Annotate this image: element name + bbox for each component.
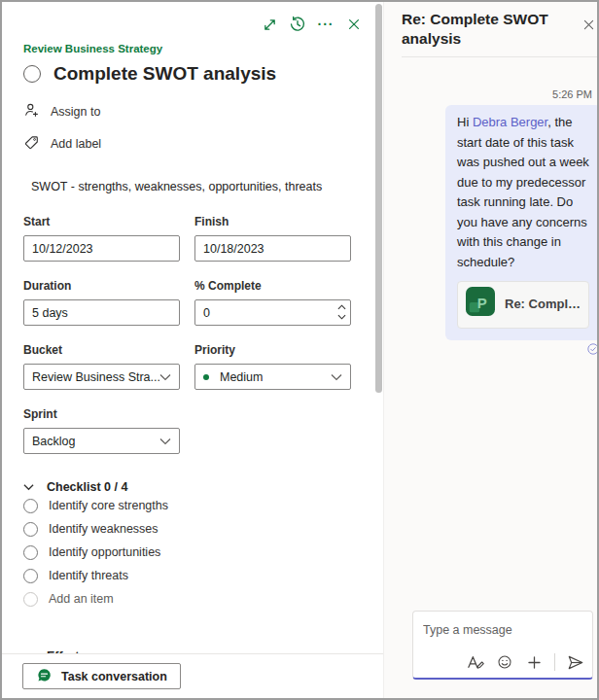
attachment-card[interactable]: P Re: Compl… — [457, 281, 589, 329]
checklist-item-label: Identify threats — [49, 569, 128, 582]
finish-date-input[interactable] — [194, 235, 351, 262]
finish-field-group: Finish — [194, 215, 351, 262]
page-title: Complete SWOT analysis — [53, 63, 276, 85]
duration-field-group: Duration — [23, 279, 180, 326]
priority-label: Priority — [194, 343, 351, 357]
sprint-dropdown[interactable]: Backlog — [23, 428, 180, 454]
chevron-down-icon — [159, 370, 171, 384]
delivered-check-icon — [384, 343, 599, 355]
search-input message-input[interactable] — [423, 623, 582, 637]
add-item-label: Add an item — [49, 592, 114, 606]
tag-icon — [23, 134, 40, 154]
message-text: , the start date of this task was pushed… — [457, 115, 589, 269]
sprint-label: Sprint — [23, 407, 180, 421]
percent-complete-label: % Complete — [194, 279, 351, 293]
expand-icon[interactable] — [260, 15, 279, 34]
sprint-field-group: Sprint Backlog — [23, 407, 180, 454]
close-icon[interactable] — [581, 18, 596, 35]
checklist-item-circle — [23, 522, 38, 537]
add-label-button[interactable]: Add label — [23, 134, 350, 154]
chat-thread: 5:26 PM Hi Debra Berger, the start date … — [384, 57, 599, 698]
history-icon[interactable] — [288, 15, 307, 34]
start-field-group: Start — [23, 215, 180, 262]
add-checklist-item-button[interactable]: Add an item — [23, 587, 350, 611]
task-title-row: Complete SWOT analysis — [23, 63, 350, 85]
send-icon[interactable] — [567, 653, 584, 671]
assign-to-button[interactable]: Assign to — [23, 102, 350, 122]
conversation-header: Re: Complete SWOT analysis — [384, 2, 599, 54]
checklist-item-label: Identify core strengths — [49, 499, 168, 512]
bucket-field-group: Bucket Review Business Stra... — [23, 343, 180, 390]
duration-input[interactable] — [23, 299, 180, 326]
breadcrumb-bucket-link[interactable]: Review Business Strategy — [23, 43, 350, 54]
task-complete-circle[interactable] — [23, 65, 41, 83]
start-label: Start — [23, 215, 180, 228]
checklist-item[interactable]: Identify opportunities — [23, 541, 350, 564]
format-icon[interactable] — [467, 653, 484, 671]
attachment-label: Re: Compl… — [505, 295, 581, 315]
effort-section-header[interactable]: Effort — [23, 649, 79, 653]
stepper-up-icon[interactable] — [337, 303, 346, 310]
task-description[interactable]: SWOT - strengths, weaknesses, opportunit… — [31, 180, 350, 193]
bucket-dropdown[interactable]: Review Business Stra... — [23, 364, 180, 390]
divider — [554, 653, 555, 671]
chevron-down-icon — [23, 649, 34, 653]
task-fields: Start Finish Duration % Complete — [23, 215, 350, 454]
checklist-header-label: Checklist 0 / 4 — [47, 480, 127, 494]
task-detail-window: ··· Review Business Strategy Complete SW… — [0, 0, 599, 700]
checklist-item[interactable]: Identify core strengths — [23, 494, 350, 517]
effort-label: Effort — [47, 649, 79, 653]
mention-link[interactable]: Debra Berger — [473, 115, 547, 129]
checklist-item[interactable]: Identify weaknesses — [23, 517, 350, 541]
conversation-panel: Re: Complete SWOT analysis 5:26 PM Hi De… — [383, 2, 599, 698]
task-conversation-label: Task conversation — [61, 670, 167, 683]
checklist-item-label: Identify weaknesses — [49, 522, 159, 536]
task-conversation-button[interactable]: Task conversation — [22, 663, 181, 689]
quantity-stepper — [337, 303, 346, 320]
chat-bubble-icon — [36, 667, 53, 686]
svg-text:P: P — [477, 295, 487, 311]
conversation-title: Re: Complete SWOT analysis — [402, 10, 557, 49]
finish-label: Finish — [194, 215, 351, 228]
chevron-down-icon — [331, 370, 342, 384]
start-date-input[interactable] — [23, 235, 180, 262]
task-detail-footer: Task conversation — [2, 653, 383, 698]
priority-field-group: Priority Medium — [194, 343, 351, 390]
project-app-icon: P — [466, 287, 495, 323]
message-timestamp: 5:26 PM — [384, 88, 592, 100]
sprint-value: Backlog — [32, 435, 75, 448]
chevron-down-icon — [159, 435, 171, 448]
bucket-value: Review Business Stra... — [32, 370, 159, 384]
checklist-header[interactable]: Checklist 0 / 4 — [23, 480, 350, 494]
chat-message-bubble: Hi Debra Berger, the start date of this … — [445, 105, 599, 340]
task-detail-panel: ··· Review Business Strategy Complete SW… — [2, 2, 383, 698]
checklist-item-circle — [23, 499, 38, 513]
checklist-item[interactable]: Identify threats — [23, 564, 350, 587]
checklist-item-label: Identify opportunities — [49, 545, 160, 559]
message-text: Hi — [457, 115, 473, 129]
percent-complete-input[interactable] — [194, 299, 351, 326]
duration-label: Duration — [23, 279, 180, 293]
person-add-icon — [23, 102, 40, 122]
message-composer — [412, 611, 593, 680]
chevron-down-icon — [23, 480, 34, 494]
more-options-icon[interactable]: ··· — [316, 15, 335, 34]
checklist-section: Checklist 0 / 4 Identify core strengths … — [23, 480, 350, 611]
assign-to-label: Assign to — [51, 105, 100, 119]
task-detail-content: ··· Review Business Strategy Complete SW… — [2, 2, 383, 653]
checklist-item-circle — [23, 545, 38, 560]
stepper-down-icon[interactable] — [337, 313, 346, 320]
add-attachment-icon[interactable] — [525, 653, 543, 671]
bucket-label: Bucket — [23, 343, 180, 357]
priority-medium-dot-icon — [203, 374, 209, 380]
priority-dropdown[interactable]: Medium — [194, 364, 351, 390]
emoji-icon[interactable] — [496, 653, 513, 671]
add-label-label: Add label — [51, 137, 101, 151]
checklist-add-circle — [23, 592, 38, 607]
checklist-item-circle — [23, 569, 38, 583]
scrollbar[interactable] — [375, 4, 382, 393]
close-icon[interactable] — [344, 15, 364, 34]
percent-complete-field-group: % Complete — [194, 279, 351, 326]
task-toolbar: ··· — [23, 2, 364, 34]
priority-value: Medium — [220, 370, 263, 384]
